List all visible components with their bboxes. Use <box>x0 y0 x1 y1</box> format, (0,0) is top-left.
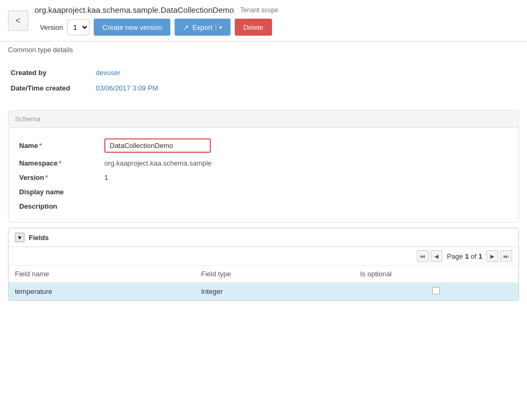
schema-display-name-label: Display name <box>19 188 104 196</box>
schema-header: Schema <box>9 111 518 128</box>
schema-namespace-row: Namespace* org.kaaproject.kaa.schema.sam… <box>19 159 508 167</box>
version-required-star: * <box>45 174 48 182</box>
header-actions: Version 1 Create new version ↗ Export ▾ … <box>40 19 519 36</box>
schema-name-row: Name* DataCollectionDemo <box>19 138 508 153</box>
page-current: 1 <box>465 252 471 260</box>
col-field-type: Field type <box>195 266 354 283</box>
page-title: org.kaaproject.kaa.schema.sample.DataCol… <box>35 5 234 14</box>
created-by-row: Created by devuser <box>11 69 516 77</box>
schema-description-row: Description <box>19 202 508 210</box>
table-row[interactable]: temperatureInteger <box>9 283 518 301</box>
fields-table: Field name Field type Is optional temper… <box>9 266 518 300</box>
back-button[interactable]: < <box>8 11 28 31</box>
fields-section: ▼ Fields ⏮ ◀ Page 1 of 1 ▶ ⏭ Field name … <box>8 228 519 301</box>
page-first-button[interactable]: ⏮ <box>417 250 429 262</box>
tenant-scope-badge: Tenant scope <box>240 6 278 14</box>
section-title: Common type details <box>0 42 527 58</box>
collapse-icon: ▼ <box>17 235 22 241</box>
delete-label: Delete <box>243 23 264 31</box>
schema-version-label: Version* <box>19 174 104 182</box>
top-bar: < org.kaaproject.kaa.schema.sample.DataC… <box>0 0 527 42</box>
page-last-button[interactable]: ⏭ <box>500 250 512 262</box>
page-prev-button[interactable]: ◀ <box>431 250 442 262</box>
export-button[interactable]: ↗ Export ▾ <box>175 19 230 36</box>
export-icon: ↗ <box>183 23 189 31</box>
version-select[interactable]: 1 <box>67 19 89 35</box>
created-by-label: Created by <box>11 69 96 77</box>
schema-namespace-label: Namespace* <box>19 159 104 167</box>
details-area: Created by devuser Date/Time created 03/… <box>0 58 527 105</box>
fields-title: Fields <box>29 234 49 242</box>
datetime-label: Date/Time created <box>11 84 96 92</box>
export-label: Export <box>192 23 212 31</box>
schema-name-input[interactable]: DataCollectionDemo <box>104 138 211 153</box>
schema-description-label: Description <box>19 202 104 210</box>
name-required-star: * <box>39 142 42 150</box>
field-name-cell: temperature <box>9 283 195 301</box>
schema-section: Schema Name* DataCollectionDemo Namespac… <box>8 110 519 223</box>
schema-namespace-value: org.kaaproject.kaa.schema.sample <box>104 159 212 167</box>
schema-version-value: 1 <box>104 174 108 182</box>
schema-version-row: Version* 1 <box>19 174 508 182</box>
fields-header: ▼ Fields <box>9 228 518 246</box>
schema-body: Name* DataCollectionDemo Namespace* org.… <box>9 128 518 222</box>
page-info: Page 1 of 1 <box>447 252 482 260</box>
page-next-button[interactable]: ▶ <box>487 250 498 262</box>
namespace-required-star: * <box>59 159 61 167</box>
schema-display-name-row: Display name <box>19 188 508 196</box>
col-field-name: Field name <box>9 266 195 283</box>
create-new-version-label: Create new version <box>102 23 162 31</box>
created-by-value: devuser <box>96 69 120 77</box>
optional-checkbox[interactable] <box>432 287 440 294</box>
version-label: Version <box>40 23 63 31</box>
datetime-row: Date/Time created 03/06/2017 3:09 PM <box>11 84 516 92</box>
page-total: 1 <box>479 252 482 260</box>
field-optional-cell <box>353 283 518 301</box>
pagination-bar: ⏮ ◀ Page 1 of 1 ▶ ⏭ <box>9 247 518 266</box>
create-new-version-button[interactable]: Create new version <box>94 19 170 36</box>
fields-collapse-button[interactable]: ▼ <box>15 233 24 242</box>
export-dropdown-arrow[interactable]: ▾ <box>216 24 222 30</box>
fields-table-body: temperatureInteger <box>9 283 518 301</box>
delete-button[interactable]: Delete <box>235 19 272 36</box>
schema-name-label: Name* <box>19 142 104 150</box>
fields-header-row: Field name Field type Is optional <box>9 266 518 283</box>
col-is-optional: Is optional <box>353 266 518 283</box>
datetime-value: 03/06/2017 3:09 PM <box>96 84 158 92</box>
fields-body: ⏮ ◀ Page 1 of 1 ▶ ⏭ Field name Field typ… <box>9 246 518 300</box>
field-type-cell: Integer <box>195 283 354 301</box>
fields-table-header: Field name Field type Is optional <box>9 266 518 283</box>
